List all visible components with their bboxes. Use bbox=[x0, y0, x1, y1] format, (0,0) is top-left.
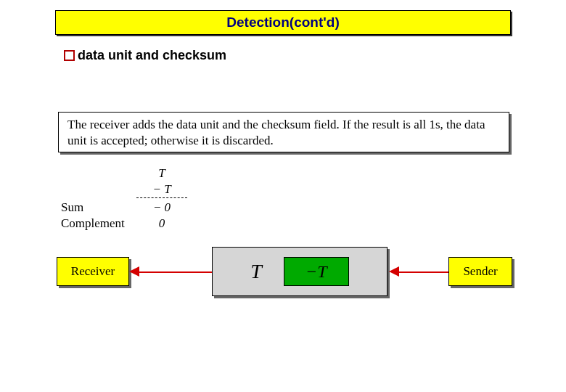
rule-text: The receiver adds the data unit and the … bbox=[67, 118, 485, 147]
packet-t: T bbox=[250, 260, 262, 283]
packet-box: T −T bbox=[212, 247, 387, 296]
slide-title: Detection(cont'd) bbox=[226, 15, 339, 30]
bullet-row: data unit and checksum bbox=[64, 48, 226, 63]
calc-minus-t: − T bbox=[136, 181, 187, 198]
bullet-text: data unit and checksum bbox=[78, 48, 226, 63]
calc-sum-val: − 0 bbox=[136, 200, 187, 216]
flow-diagram: Receiver T −T Sender bbox=[57, 247, 512, 308]
calc-t: T bbox=[136, 166, 187, 181]
arrow-left-line bbox=[139, 271, 212, 273]
packet-neg-t: −T bbox=[305, 262, 327, 282]
sender-label: Sender bbox=[463, 264, 497, 279]
arrow-right-head-icon bbox=[389, 266, 399, 277]
calc-complement-val: 0 bbox=[136, 216, 187, 232]
packet-neg-t-box: −T bbox=[284, 257, 349, 286]
rule-box: The receiver adds the data unit and the … bbox=[58, 112, 509, 152]
calculation-block: T − T Sum− 0 Complement0 bbox=[57, 166, 187, 232]
sender-box: Sender bbox=[448, 257, 512, 286]
square-bullet-icon bbox=[64, 50, 75, 61]
slide-title-bar: Detection(cont'd) bbox=[55, 10, 511, 35]
calc-complement-label: Complement bbox=[57, 216, 136, 232]
arrow-right-line bbox=[399, 271, 448, 273]
calc-sum-label: Sum bbox=[57, 200, 136, 216]
arrow-left-head-icon bbox=[129, 266, 139, 277]
receiver-label: Receiver bbox=[71, 264, 115, 279]
receiver-box: Receiver bbox=[57, 257, 129, 286]
